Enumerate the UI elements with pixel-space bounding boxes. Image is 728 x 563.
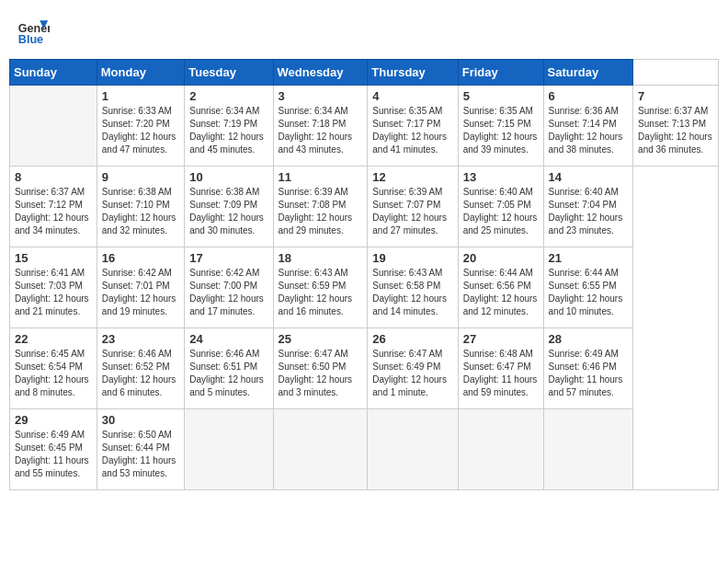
calendar-table: SundayMondayTuesdayWednesdayThursdayFrid… [9,59,719,490]
calendar-day-cell: 7 Sunrise: 6:37 AMSunset: 7:13 PMDayligh… [633,86,719,167]
day-number: 15 [15,251,92,265]
day-info: Sunrise: 6:42 AMSunset: 7:01 PMDaylight:… [102,267,179,318]
calendar-day-cell [185,409,273,490]
day-number: 12 [372,170,452,184]
day-info: Sunrise: 6:41 AMSunset: 7:03 PMDaylight:… [15,267,92,318]
day-number: 7 [638,89,713,103]
day-info: Sunrise: 6:37 AMSunset: 7:13 PMDaylight:… [638,105,713,156]
calendar-day-cell: 10 Sunrise: 6:38 AMSunset: 7:09 PMDaylig… [185,167,273,247]
day-info: Sunrise: 6:37 AMSunset: 7:12 PMDaylight:… [15,186,92,237]
day-number: 20 [463,251,539,265]
day-info: Sunrise: 6:40 AMSunset: 7:04 PMDaylight:… [549,186,629,237]
calendar-day-cell: 28 Sunrise: 6:49 AMSunset: 6:46 PMDaylig… [543,328,633,409]
calendar-day-cell [543,409,633,490]
calendar-day-cell: 20 Sunrise: 6:44 AMSunset: 6:56 PMDaylig… [458,247,543,328]
calendar-day-cell [458,409,543,490]
calendar-day-cell: 21 Sunrise: 6:44 AMSunset: 6:55 PMDaylig… [543,247,633,328]
calendar-day-cell: 9 Sunrise: 6:38 AMSunset: 7:10 PMDayligh… [97,167,184,247]
day-number: 16 [102,251,179,265]
day-number: 13 [463,170,539,184]
day-number: 5 [463,89,539,103]
calendar-day-cell: 16 Sunrise: 6:42 AMSunset: 7:01 PMDaylig… [97,247,184,328]
calendar-day-cell: 26 Sunrise: 6:47 AMSunset: 6:49 PMDaylig… [368,328,458,409]
calendar-week-row: 15 Sunrise: 6:41 AMSunset: 7:03 PMDaylig… [10,247,719,328]
day-number: 3 [279,89,363,103]
day-info: Sunrise: 6:39 AMSunset: 7:07 PMDaylight:… [372,186,452,237]
calendar-week-row: 1 Sunrise: 6:33 AMSunset: 7:20 PMDayligh… [10,86,719,167]
weekday-header: Sunday [10,60,97,86]
day-number: 17 [189,251,267,265]
day-number: 9 [102,170,179,184]
day-info: Sunrise: 6:46 AMSunset: 6:52 PMDaylight:… [102,348,179,399]
day-number: 14 [549,170,629,184]
day-info: Sunrise: 6:39 AMSunset: 7:08 PMDaylight:… [279,186,363,237]
calendar-day-cell: 15 Sunrise: 6:41 AMSunset: 7:03 PMDaylig… [10,247,97,328]
day-number: 11 [279,170,363,184]
day-info: Sunrise: 6:38 AMSunset: 7:10 PMDaylight:… [102,186,179,237]
calendar-day-cell: 30 Sunrise: 6:50 AMSunset: 6:44 PMDaylig… [97,409,184,490]
calendar-day-cell: 23 Sunrise: 6:46 AMSunset: 6:52 PMDaylig… [97,328,184,409]
calendar-day-cell: 29 Sunrise: 6:49 AMSunset: 6:45 PMDaylig… [10,409,97,490]
day-info: Sunrise: 6:43 AMSunset: 6:59 PMDaylight:… [279,267,363,318]
weekday-header: Monday [97,60,184,86]
page-header: General Blue [9,9,719,52]
day-info: Sunrise: 6:44 AMSunset: 6:55 PMDaylight:… [549,267,629,318]
calendar-week-row: 22 Sunrise: 6:45 AMSunset: 6:54 PMDaylig… [10,328,719,409]
day-info: Sunrise: 6:49 AMSunset: 6:46 PMDaylight:… [549,348,629,399]
day-info: Sunrise: 6:38 AMSunset: 7:09 PMDaylight:… [189,186,267,237]
day-info: Sunrise: 6:40 AMSunset: 7:05 PMDaylight:… [463,186,539,237]
weekday-header: Thursday [368,60,458,86]
day-number: 28 [549,332,629,346]
logo-icon: General Blue [17,14,50,47]
svg-text:Blue: Blue [18,33,43,46]
day-number: 2 [189,89,267,103]
calendar-day-cell: 6 Sunrise: 6:36 AMSunset: 7:14 PMDayligh… [543,86,633,167]
calendar-day-cell: 27 Sunrise: 6:48 AMSunset: 6:47 PMDaylig… [458,328,543,409]
day-number: 23 [102,332,179,346]
weekday-header: Tuesday [185,60,273,86]
day-number: 10 [189,170,267,184]
day-number: 27 [463,332,539,346]
day-number: 25 [279,332,363,346]
day-info: Sunrise: 6:36 AMSunset: 7:14 PMDaylight:… [549,105,629,156]
day-number: 24 [189,332,267,346]
day-number: 26 [372,332,452,346]
day-info: Sunrise: 6:43 AMSunset: 6:58 PMDaylight:… [372,267,452,318]
day-number: 22 [15,332,92,346]
calendar-header-row: SundayMondayTuesdayWednesdayThursdayFrid… [10,60,719,86]
calendar-day-cell [273,409,368,490]
empty-cell [10,86,97,167]
calendar-week-row: 8 Sunrise: 6:37 AMSunset: 7:12 PMDayligh… [10,167,719,247]
calendar-day-cell: 17 Sunrise: 6:42 AMSunset: 7:00 PMDaylig… [185,247,273,328]
day-info: Sunrise: 6:46 AMSunset: 6:51 PMDaylight:… [189,348,267,399]
day-number: 18 [279,251,363,265]
day-info: Sunrise: 6:47 AMSunset: 6:49 PMDaylight:… [372,348,452,399]
day-info: Sunrise: 6:47 AMSunset: 6:50 PMDaylight:… [279,348,363,399]
calendar-day-cell: 11 Sunrise: 6:39 AMSunset: 7:08 PMDaylig… [273,167,368,247]
day-number: 6 [549,89,629,103]
calendar-day-cell: 5 Sunrise: 6:35 AMSunset: 7:15 PMDayligh… [458,86,543,167]
calendar-day-cell: 13 Sunrise: 6:40 AMSunset: 7:05 PMDaylig… [458,167,543,247]
day-info: Sunrise: 6:48 AMSunset: 6:47 PMDaylight:… [463,348,539,399]
day-info: Sunrise: 6:44 AMSunset: 6:56 PMDaylight:… [463,267,539,318]
day-number: 1 [102,89,179,103]
day-info: Sunrise: 6:34 AMSunset: 7:18 PMDaylight:… [279,105,363,156]
calendar-day-cell: 2 Sunrise: 6:34 AMSunset: 7:19 PMDayligh… [185,86,273,167]
calendar-day-cell: 12 Sunrise: 6:39 AMSunset: 7:07 PMDaylig… [368,167,458,247]
day-info: Sunrise: 6:45 AMSunset: 6:54 PMDaylight:… [15,348,92,399]
weekday-header: Wednesday [273,60,368,86]
calendar-week-row: 29 Sunrise: 6:49 AMSunset: 6:45 PMDaylig… [10,409,719,490]
weekday-header: Saturday [543,60,633,86]
calendar-day-cell: 1 Sunrise: 6:33 AMSunset: 7:20 PMDayligh… [97,86,184,167]
calendar-day-cell: 22 Sunrise: 6:45 AMSunset: 6:54 PMDaylig… [10,328,97,409]
logo: General Blue [17,14,50,47]
day-info: Sunrise: 6:49 AMSunset: 6:45 PMDaylight:… [15,429,92,480]
calendar-day-cell [368,409,458,490]
day-info: Sunrise: 6:33 AMSunset: 7:20 PMDaylight:… [102,105,179,156]
day-number: 19 [372,251,452,265]
day-number: 29 [15,413,92,427]
calendar-day-cell: 8 Sunrise: 6:37 AMSunset: 7:12 PMDayligh… [10,167,97,247]
calendar-day-cell: 18 Sunrise: 6:43 AMSunset: 6:59 PMDaylig… [273,247,368,328]
day-info: Sunrise: 6:50 AMSunset: 6:44 PMDaylight:… [102,429,179,480]
calendar-day-cell: 19 Sunrise: 6:43 AMSunset: 6:58 PMDaylig… [368,247,458,328]
